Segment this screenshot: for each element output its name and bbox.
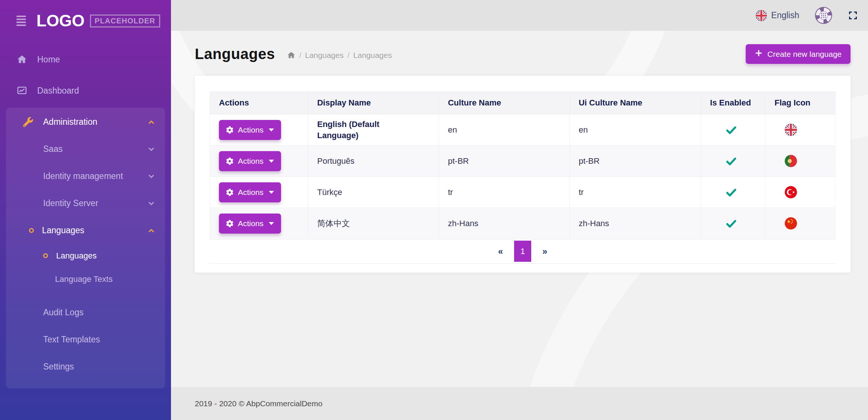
home-icon (16, 54, 28, 65)
display-name-value: English (Default Language) (317, 119, 408, 141)
breadcrumb-item[interactable]: Languages (305, 51, 344, 60)
sidebar-item-identity-server[interactable]: Identity Server (6, 190, 165, 217)
logo-placeholder-text: PLACEHOLDER (90, 14, 160, 27)
plus-icon (755, 49, 763, 59)
breadcrumb: /Languages/Languages (287, 51, 392, 60)
sidebar-item-administration[interactable]: Administration (6, 108, 165, 136)
display-name-value: 简体中文 (317, 219, 350, 228)
gear-icon (226, 157, 233, 165)
ui-culture-name-value: zh-Hans (569, 208, 701, 239)
sidebar-item-label: Dashboard (37, 86, 79, 96)
language-switcher[interactable]: English (756, 10, 799, 21)
logo-text: LOGO (36, 12, 85, 30)
page-title: Languages (195, 46, 275, 62)
language-label: English (771, 10, 799, 20)
sidebar-item-home[interactable]: Home (0, 44, 171, 75)
sidebar-item-label: Audit Logs (43, 307, 84, 318)
table-row: ActionsEnglish (Default Language)enen (210, 114, 836, 146)
hamburger-menu-icon[interactable] (16, 16, 26, 26)
sidebar-menu: HomeDashboardAdministrationSaasIdentity … (0, 42, 171, 388)
sidebar-item-label: Languages (42, 225, 84, 235)
languages-card: ActionsDisplay NameCulture NameUi Cultur… (195, 76, 851, 273)
actions-dropdown-button[interactable]: Actions (219, 151, 281, 171)
actions-dropdown-button[interactable]: Actions (219, 214, 281, 234)
ui-culture-name-value: tr (569, 177, 701, 208)
flag-tr-icon (785, 186, 797, 198)
sidebar-item-label: Identity management (43, 171, 123, 181)
flag-pt-icon (785, 155, 797, 167)
culture-name-value: tr (439, 177, 569, 208)
languages-table: ActionsDisplay NameCulture NameUi Cultur… (210, 91, 836, 239)
display-name-value: Türkçe (317, 188, 342, 197)
pagination-page-1[interactable]: 1 (514, 241, 531, 262)
sidebar-item-dashboard[interactable]: Dashboard (0, 75, 171, 106)
flag-cn-icon (785, 217, 797, 229)
check-icon (725, 124, 737, 136)
pagination: « 1 » (210, 239, 836, 264)
avatar[interactable] (815, 7, 832, 24)
ui-culture-name-value: en (569, 114, 701, 146)
sidebar-item-label: Languages (56, 251, 97, 261)
flag-gb-icon (785, 124, 797, 136)
sidebar-item-language-texts[interactable]: Language Texts (6, 267, 165, 291)
bullet-icon (43, 253, 48, 258)
pagination-next-button[interactable]: » (542, 246, 547, 257)
copyright-text: 2019 - 2020 © AbpCommercialDemo (195, 399, 322, 408)
content-area: Languages /Languages/Languages Create ne… (171, 31, 868, 387)
column-header: Is Enabled (701, 92, 765, 114)
sidebar-item-identity-management[interactable]: Identity management (6, 163, 165, 190)
sidebar-item-saas[interactable]: Saas (6, 136, 165, 163)
pagination-prev-button[interactable]: « (498, 246, 503, 257)
home-icon[interactable] (287, 51, 296, 59)
sidebar-item-label: Identity Server (43, 198, 98, 208)
check-icon (725, 155, 737, 167)
caret-down-icon (269, 160, 274, 163)
column-header: Actions (210, 92, 308, 114)
wrench-icon (22, 117, 33, 127)
sidebar-item-languages-sub[interactable]: Languages (6, 244, 165, 267)
caret-down-icon (269, 191, 274, 194)
sidebar-item-audit-logs[interactable]: Audit Logs (6, 299, 165, 326)
table-row: ActionsTürkçetrtr (210, 177, 836, 208)
breadcrumb-item[interactable]: Languages (353, 51, 392, 60)
create-new-language-button[interactable]: Create new language (746, 44, 851, 64)
footer: 2019 - 2020 © AbpCommercialDemo (171, 387, 868, 420)
sidebar-item-text-templates[interactable]: Text Templates (6, 326, 165, 353)
chart-icon (16, 85, 28, 96)
gear-icon (226, 189, 233, 196)
culture-name-value: en (439, 114, 569, 146)
chevron-down-icon (147, 199, 155, 208)
sidebar-item-label: Text Templates (43, 335, 100, 345)
actions-dropdown-button[interactable]: Actions (219, 120, 281, 140)
ui-culture-name-value: pt-BR (569, 146, 701, 177)
culture-name-value: pt-BR (439, 146, 569, 177)
chevron-down-icon (147, 145, 155, 153)
check-icon (725, 186, 737, 198)
gear-icon (226, 126, 233, 134)
actions-dropdown-button[interactable]: Actions (219, 182, 281, 202)
bullet-icon (29, 228, 34, 233)
uk-flag-icon (756, 10, 767, 21)
check-icon (725, 218, 737, 229)
culture-name-value: zh-Hans (439, 208, 569, 239)
sidebar-item-languages[interactable]: Languages (6, 217, 165, 244)
administration-panel: AdministrationSaasIdentity managementIde… (6, 108, 165, 388)
sidebar-item-label: Home (37, 55, 60, 65)
fullscreen-icon[interactable] (848, 10, 858, 20)
logo[interactable]: LOGO PLACEHOLDER (0, 0, 171, 42)
chevron-down-icon (147, 172, 155, 180)
column-header: Display Name (308, 92, 439, 114)
chevron-up-icon (147, 227, 155, 235)
gear-icon (226, 220, 233, 227)
column-header: Flag Icon (765, 92, 836, 114)
sidebar: LOGO PLACEHOLDER HomeDashboardAdministra… (0, 0, 171, 420)
column-header: Culture Name (439, 92, 569, 114)
caret-down-icon (269, 222, 274, 225)
display-name-value: Português (317, 156, 354, 166)
sidebar-item-label: Settings (43, 362, 74, 372)
sidebar-item-label: Saas (43, 144, 62, 154)
sidebar-item-settings[interactable]: Settings (6, 353, 165, 380)
column-header: Ui Culture Name (569, 92, 701, 114)
topbar: English (171, 0, 868, 31)
caret-down-icon (269, 128, 274, 131)
